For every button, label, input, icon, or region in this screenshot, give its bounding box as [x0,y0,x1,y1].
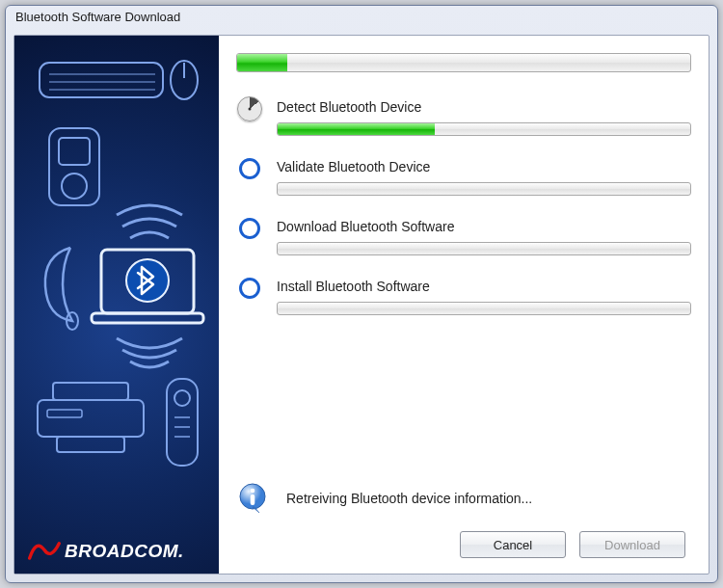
cancel-button[interactable]: Cancel [460,531,566,558]
step-label: Install Bluetooth Software [277,279,691,294]
svg-rect-0 [40,63,163,97]
spinner-icon [237,96,262,121]
pending-circle-icon [239,278,260,299]
svg-rect-15 [57,437,124,452]
svg-rect-6 [49,128,99,205]
svg-rect-16 [47,410,82,417]
step-progress-bar [277,302,691,315]
step-label: Validate Bluetooth Device [277,159,691,174]
download-button[interactable]: Download [579,531,685,558]
status-message: Retreiving Bluetooth device information.… [286,491,532,506]
pending-circle-icon [239,218,260,239]
svg-rect-24 [251,494,255,505]
step-detect: Detect Bluetooth Device [236,99,691,149]
step-progress-bar [277,182,691,196]
overall-progress-fill [237,54,287,71]
installer-window: Bluetooth Software Download [5,5,718,583]
sidebar-graphic: BROADCOM. [14,36,219,574]
info-icon [238,483,269,514]
step-progress-bar [277,122,691,136]
svg-point-23 [251,489,255,494]
devices-illustration-icon [14,36,219,574]
svg-rect-17 [167,379,198,466]
svg-rect-7 [59,138,90,165]
step-label: Detect Bluetooth Device [277,99,691,115]
button-row: Cancel Download [236,531,691,564]
svg-rect-11 [92,313,203,323]
titlebar: Bluetooth Software Download [6,6,717,29]
svg-point-18 [174,390,190,406]
window-title: Bluetooth Software Download [15,10,180,24]
svg-point-8 [62,174,87,199]
main-panel: Detect Bluetooth Device Validate Bluetoo… [219,36,709,574]
overall-progress-bar [236,53,691,72]
step-label: Download Bluetooth Software [277,219,691,234]
svg-rect-14 [53,383,128,400]
step-download: Download Bluetooth Software [236,219,691,269]
broadcom-swoosh-icon [28,533,61,562]
window-body: BROADCOM. Detect Bluetooth Device [13,35,710,575]
step-install: Install Bluetooth Software [236,279,691,329]
pending-circle-icon [239,158,260,179]
svg-rect-13 [38,400,144,437]
vendor-name: BROADCOM. [65,541,184,562]
step-progress-bar [277,242,691,255]
status-row: Retreiving Bluetooth device information.… [236,483,691,514]
vendor-logo: BROADCOM. [28,533,184,562]
step-validate: Validate Bluetooth Device [236,159,691,209]
